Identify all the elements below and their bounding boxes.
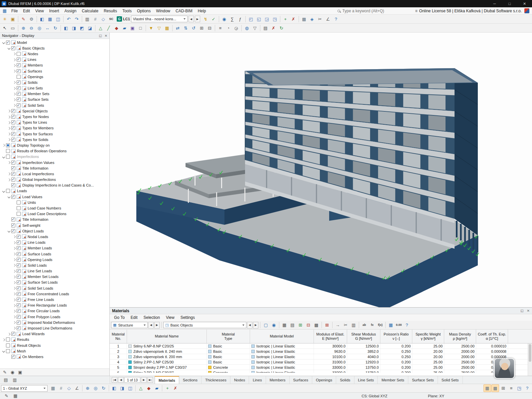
- tree-item[interactable]: Solid Loads: [0, 262, 109, 268]
- table-view-icon[interactable]: ▦: [281, 321, 288, 329]
- expand-arrow-icon[interactable]: [7, 115, 11, 119]
- tree-item[interactable]: Types for Nodes: [0, 114, 109, 119]
- copy-cells-icon[interactable]: ▥: [350, 321, 357, 329]
- layers-icon[interactable]: ≡: [216, 24, 224, 32]
- maximize-button[interactable]: □: [502, 0, 517, 7]
- tree-item[interactable]: Loads: [0, 188, 109, 194]
- tree-item[interactable]: Free Circular Loads: [0, 308, 109, 314]
- view-front-icon[interactable]: ◧: [62, 24, 70, 32]
- tables-toggle-icon[interactable]: ▦: [46, 15, 54, 23]
- tree-item[interactable]: Types for Lines: [0, 120, 109, 125]
- user-avatar[interactable]: [494, 358, 515, 379]
- menu-insert[interactable]: Insert: [47, 8, 62, 14]
- tab-materials[interactable]: Materials: [155, 376, 179, 384]
- tree-checkbox[interactable]: [17, 303, 21, 307]
- expand-arrow-icon[interactable]: [7, 195, 11, 199]
- materials-menu-selection[interactable]: Selection: [141, 315, 163, 320]
- tree-checkbox[interactable]: [6, 343, 10, 347]
- tree-item[interactable]: Load Values: [0, 194, 109, 200]
- snap-settings-icon[interactable]: SC: [107, 15, 115, 23]
- menu-calculate[interactable]: Calculate: [79, 8, 101, 14]
- expand-arrow-icon[interactable]: [12, 63, 16, 67]
- menu-edit[interactable]: Edit: [20, 8, 33, 14]
- tree-checkbox[interactable]: [17, 275, 21, 279]
- expand-arrow-icon[interactable]: [1, 143, 6, 147]
- views-tab-eye-icon[interactable]: ◉: [9, 369, 16, 375]
- angle-snap-icon[interactable]: ∠: [73, 384, 81, 392]
- tab-sections[interactable]: Sections: [179, 376, 201, 384]
- tree-checkbox[interactable]: [17, 258, 21, 262]
- tree-item[interactable]: Imperfections: [0, 154, 109, 160]
- line-load-icon[interactable]: ▽: [155, 24, 163, 32]
- status-help-icon[interactable]: ?: [523, 384, 531, 392]
- move-icon[interactable]: ⇅: [182, 24, 190, 32]
- snap-toggle-icon[interactable]: #: [57, 384, 65, 392]
- tree-item[interactable]: Members: [0, 63, 109, 68]
- tree-checkbox[interactable]: [17, 246, 21, 250]
- tree-checkbox[interactable]: [17, 80, 21, 84]
- fx-icon[interactable]: ƒ: [236, 15, 244, 23]
- tab-solid-sets[interactable]: Solid Sets: [438, 376, 463, 384]
- tab-surface-sets[interactable]: Surface Sets: [408, 376, 438, 384]
- insert-row-icon[interactable]: ⊞: [297, 321, 304, 329]
- tree-item[interactable]: Nodal Loads: [0, 234, 109, 239]
- surface-snap-icon[interactable]: ▰: [153, 384, 161, 392]
- table-row[interactable]: 2Zdivo vápenopísek tl. 240 mmBasicIsotro…: [110, 349, 532, 354]
- menu-assign[interactable]: Assign: [62, 8, 79, 14]
- tree-checkbox[interactable]: [17, 97, 21, 101]
- help-icon[interactable]: ?: [332, 15, 340, 23]
- select-in-graphic-icon[interactable]: ▢: [262, 321, 270, 329]
- expand-arrow-icon[interactable]: [7, 109, 11, 113]
- axes-icon[interactable]: ◳: [515, 384, 523, 392]
- materials-menu-view[interactable]: View: [163, 315, 178, 320]
- print-graphic-icon[interactable]: ▤: [262, 24, 269, 32]
- view-xy-icon[interactable]: ◰: [247, 15, 255, 23]
- column-header[interactable]: Poisson's Ratioν [--]: [380, 330, 412, 343]
- expand-arrow-icon[interactable]: [12, 280, 16, 285]
- expand-arrow-icon[interactable]: [7, 46, 11, 50]
- tree-checkbox[interactable]: [17, 92, 21, 96]
- load-case-combo[interactable]: Vlastní tíha - nosné kons...: [131, 16, 188, 22]
- delete-object-icon[interactable]: ✗: [290, 15, 297, 23]
- column-header[interactable]: Specific Weightγ [kN/m³]: [412, 330, 444, 343]
- regenerate-icon[interactable]: ↻: [278, 24, 285, 32]
- fx-formula-icon[interactable]: fx: [368, 321, 376, 329]
- tree-item[interactable]: Lines: [0, 57, 109, 63]
- tree-checkbox[interactable]: [17, 63, 21, 67]
- new-model-icon[interactable]: ✳: [1, 15, 9, 23]
- expand-arrow-icon[interactable]: [12, 320, 16, 325]
- close-button[interactable]: ✕: [517, 0, 532, 7]
- tree-checkbox[interactable]: [6, 143, 10, 147]
- view-iso-icon[interactable]: ◳: [271, 15, 279, 23]
- remove-status-icon[interactable]: ✗: [172, 384, 179, 392]
- tree-item[interactable]: Types for Solids: [0, 137, 109, 142]
- tree-checkbox[interactable]: [6, 337, 10, 341]
- visibility-icon[interactable]: ◍: [243, 24, 251, 32]
- column-header[interactable]: MaterialNo.: [110, 330, 127, 343]
- grid-snap-icon[interactable]: #: [91, 15, 99, 23]
- column-header[interactable]: Shear ModulusG [N/mm²]: [347, 330, 380, 343]
- first-table-button[interactable]: |◀: [112, 377, 117, 383]
- tree-item[interactable]: Solid Sets: [0, 102, 109, 108]
- expand-arrow-icon[interactable]: [7, 137, 11, 142]
- expand-arrow-icon[interactable]: [7, 120, 11, 125]
- materials-close-button[interactable]: ✕: [527, 309, 530, 313]
- display-tab-pencil-icon[interactable]: ✎: [2, 369, 8, 375]
- tree-checkbox[interactable]: [11, 46, 15, 50]
- menu-results[interactable]: Results: [101, 8, 120, 14]
- last-table-button[interactable]: ▶|: [147, 377, 153, 383]
- clip-icon[interactable]: ✂: [316, 15, 324, 23]
- tree-checkbox[interactable]: [17, 263, 21, 267]
- undo-icon[interactable]: ↶: [65, 15, 72, 23]
- objects-prev-button[interactable]: ◀: [247, 322, 252, 329]
- expand-arrow-icon[interactable]: [12, 326, 16, 330]
- objects-filter-combo[interactable]: ◳ Basic Objects: [163, 322, 246, 328]
- tree-checkbox[interactable]: [17, 292, 21, 296]
- tree-checkbox[interactable]: [11, 183, 15, 187]
- tab-member-sets[interactable]: Member Sets: [378, 376, 408, 384]
- open-model-icon[interactable]: ▣: [9, 15, 17, 23]
- search-input[interactable]: [342, 8, 398, 14]
- expand-arrow-icon[interactable]: [12, 269, 16, 273]
- close-views-icon[interactable]: ✗: [270, 24, 277, 32]
- expand-arrow-icon[interactable]: [12, 315, 16, 319]
